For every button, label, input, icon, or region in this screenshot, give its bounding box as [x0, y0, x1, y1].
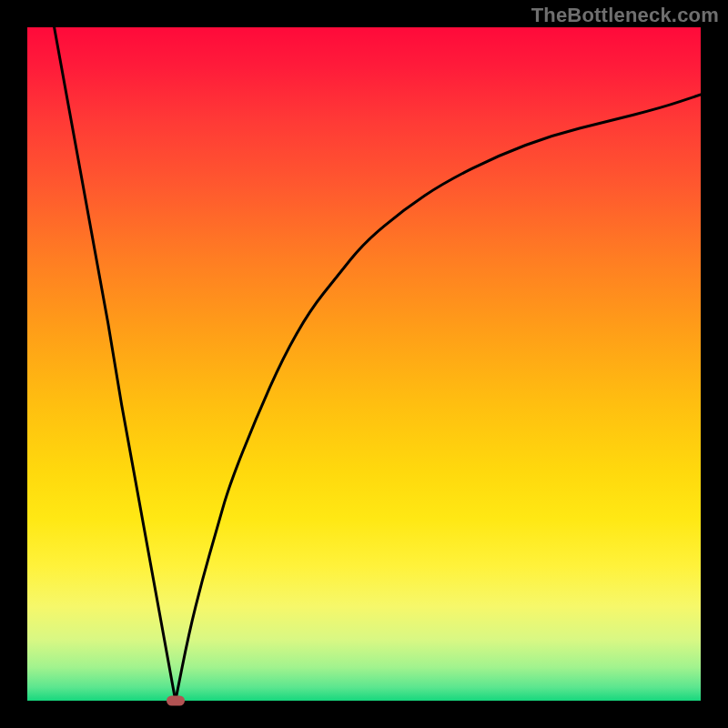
watermark-text: TheBottleneck.com	[531, 4, 719, 27]
curve-left	[55, 27, 176, 701]
curve-svg	[27, 27, 701, 701]
minimum-marker	[167, 696, 185, 706]
curve-right	[176, 95, 701, 701]
plot-area	[27, 27, 701, 701]
chart-stage: TheBottleneck.com	[0, 0, 728, 728]
